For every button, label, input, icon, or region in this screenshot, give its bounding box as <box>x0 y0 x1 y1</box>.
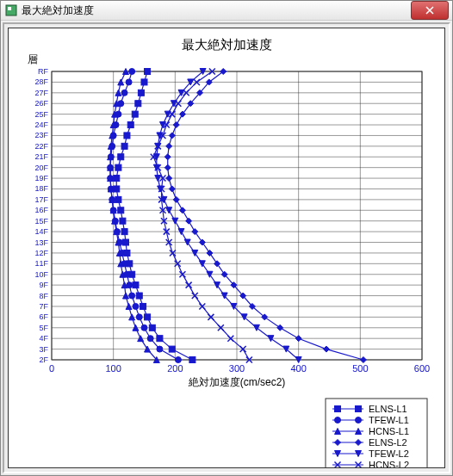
svg-rect-61 <box>149 325 155 331</box>
window: 最大絶対加速度 最大絶対加速度層RF28F27F26F25F24F23F22F2… <box>0 0 453 476</box>
svg-point-238 <box>356 417 362 423</box>
svg-point-91 <box>157 346 163 352</box>
svg-rect-47 <box>114 176 120 182</box>
content-area: 最大絶対加速度層RF28F27F26F25F24F23F22F21F20F19F… <box>3 22 450 473</box>
svg-marker-127 <box>169 133 175 139</box>
y-tick-label: 11F <box>34 259 48 268</box>
svg-point-92 <box>175 357 181 363</box>
svg-marker-134 <box>179 207 185 213</box>
y-tick-label: 13F <box>34 238 48 247</box>
y-tick-label: 15F <box>34 217 48 226</box>
chart-svg: 最大絶対加速度層RF28F27F26F25F24F23F22F21F20F19F… <box>9 28 444 467</box>
svg-rect-52 <box>121 229 127 235</box>
close-icon <box>425 6 434 15</box>
y-tick-label: 14F <box>34 227 48 236</box>
svg-point-90 <box>147 336 153 342</box>
svg-rect-45 <box>118 154 124 160</box>
svg-rect-38 <box>141 79 147 85</box>
legend-label: TFEW-L1 <box>369 415 409 425</box>
svg-rect-37 <box>145 69 151 75</box>
y-tick-label: 27F <box>34 89 48 97</box>
y-tick-label: 8F <box>39 292 48 300</box>
y-tick-label: 25F <box>34 110 48 119</box>
svg-rect-58 <box>136 293 142 299</box>
series-line <box>157 71 299 360</box>
svg-marker-133 <box>173 196 179 202</box>
svg-point-88 <box>136 314 142 320</box>
y-tick-label: 26F <box>34 99 48 108</box>
svg-rect-39 <box>138 90 144 96</box>
svg-marker-139 <box>214 261 220 267</box>
y-tick-label: 12F <box>34 249 48 257</box>
svg-rect-53 <box>123 239 129 245</box>
svg-marker-146 <box>295 336 301 342</box>
svg-marker-135 <box>186 218 192 224</box>
svg-rect-64 <box>189 357 195 363</box>
svg-marker-148 <box>360 357 366 363</box>
svg-point-87 <box>133 303 139 309</box>
svg-rect-62 <box>157 336 163 342</box>
x-tick-label: 0 <box>49 363 54 374</box>
svg-point-65 <box>129 69 135 75</box>
y-tick-label: 2F <box>39 355 48 364</box>
svg-rect-234 <box>335 406 341 412</box>
svg-marker-126 <box>173 122 179 128</box>
svg-marker-129 <box>164 154 171 160</box>
svg-rect-51 <box>120 218 126 224</box>
svg-rect-57 <box>133 282 139 288</box>
x-tick-label: 600 <box>414 363 430 374</box>
y-axis-label: 層 <box>28 53 38 65</box>
chart-container: 最大絶対加速度層RF28F27F26F25F24F23F22F21F20F19F… <box>8 28 445 468</box>
svg-rect-59 <box>140 303 146 309</box>
svg-rect-46 <box>115 164 121 170</box>
chart-title: 最大絶対加速度 <box>182 37 272 52</box>
svg-rect-42 <box>127 122 133 128</box>
svg-marker-132 <box>169 186 175 192</box>
svg-rect-44 <box>121 143 127 149</box>
x-axis-label: 絶対加速度(cm/sec2) <box>188 376 286 388</box>
y-tick-label: RF <box>38 67 48 76</box>
y-tick-label: 3F <box>39 345 48 354</box>
legend-label: ELNS-L2 <box>369 437 407 448</box>
close-button[interactable] <box>411 1 449 20</box>
legend-label: HCNS-L2 <box>369 460 409 467</box>
y-tick-label: 22F <box>34 142 48 151</box>
y-tick-label: 4F <box>39 334 48 343</box>
x-tick-label: 100 <box>105 363 121 374</box>
app-icon <box>4 3 18 17</box>
x-tick-label: 300 <box>229 363 245 374</box>
svg-rect-63 <box>169 346 175 352</box>
legend-label: HCNS-L1 <box>369 426 409 436</box>
x-tick-label: 200 <box>167 363 183 374</box>
y-tick-label: 18F <box>34 184 48 193</box>
svg-rect-1 <box>8 7 11 10</box>
y-tick-label: 23F <box>34 131 48 139</box>
svg-rect-41 <box>132 111 138 117</box>
svg-marker-138 <box>207 250 213 256</box>
svg-point-67 <box>121 90 127 96</box>
y-tick-label: 6F <box>39 312 48 321</box>
svg-rect-60 <box>145 314 151 320</box>
y-tick-label: 10F <box>34 270 48 279</box>
y-tick-label: 16F <box>34 206 48 214</box>
y-tick-label: 17F <box>34 195 48 204</box>
svg-marker-136 <box>192 229 198 235</box>
svg-point-89 <box>141 325 147 331</box>
y-tick-label: 21F <box>34 152 48 161</box>
x-tick-label: 500 <box>352 363 368 374</box>
svg-marker-128 <box>166 143 172 149</box>
svg-marker-147 <box>323 346 329 352</box>
x-tick-label: 400 <box>290 363 306 374</box>
svg-marker-145 <box>277 325 283 331</box>
y-tick-label: 9F <box>39 281 48 289</box>
svg-marker-137 <box>199 239 205 245</box>
svg-marker-130 <box>164 164 171 170</box>
svg-point-86 <box>129 293 135 299</box>
y-tick-label: 5F <box>39 324 48 332</box>
svg-rect-50 <box>118 207 124 213</box>
y-tick-label: 28F <box>34 77 48 86</box>
y-tick-label: 19F <box>34 174 48 182</box>
svg-point-66 <box>126 79 132 85</box>
titlebar[interactable]: 最大絶対加速度 <box>1 1 452 21</box>
svg-point-237 <box>335 417 341 423</box>
